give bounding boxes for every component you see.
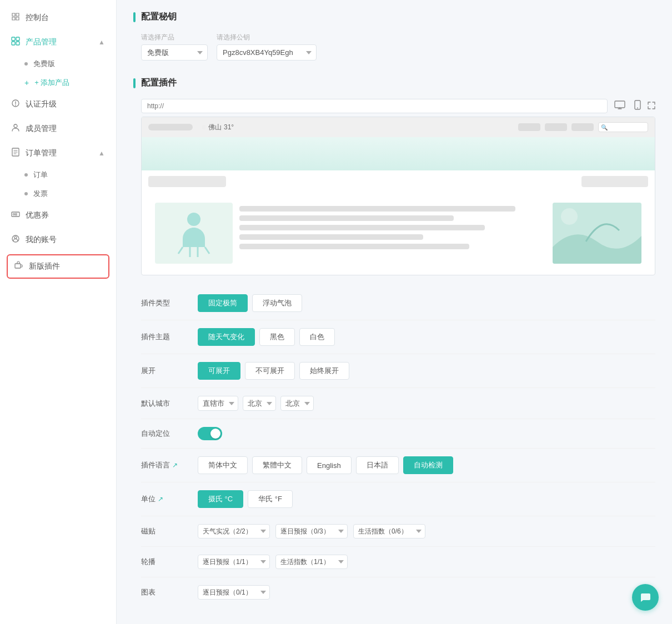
sidebar-item-label: 认证升级: [26, 99, 57, 109]
unit-options: 摄氏 °C 华氏 °F: [198, 490, 293, 508]
expand-always-open[interactable]: 始终展开: [299, 362, 349, 380]
chat-button[interactable]: [632, 584, 659, 611]
city-level-select[interactable]: 直辖市: [198, 396, 238, 411]
city-city-select[interactable]: 北京: [280, 396, 314, 411]
sidebar-sub-item-invoices[interactable]: 发票: [0, 184, 116, 203]
nav-btn-1: [518, 123, 540, 131]
sidebar-item-new-plugin[interactable]: 新版插件: [7, 254, 109, 279]
lang-ja[interactable]: 日本語: [356, 456, 399, 474]
chevron-up-icon: ▲: [98, 149, 105, 157]
plugin-theme-options: 随天气变化 黑色 白色: [198, 328, 335, 346]
sidebar-sub-item-free-version[interactable]: 免费版: [0, 54, 116, 73]
sidebar-item-order-mgmt[interactable]: 订单管理 ▲: [0, 141, 116, 165]
lang-auto[interactable]: 自动检测: [403, 456, 453, 474]
weather-dot: [202, 125, 206, 129]
svg-rect-3: [16, 42, 19, 45]
nav-btn-3: [571, 123, 594, 131]
plugin-theme-black[interactable]: 黑色: [259, 328, 295, 346]
svg-rect-1: [16, 37, 19, 41]
magnet-row: 磁贴 天气实况（2/2） 逐日预报（0/3） 生活指数（0/6）: [141, 516, 655, 547]
lang-zh-cn[interactable]: 简体中文: [198, 456, 248, 474]
plugin-type-row: 插件类型 固定极简 浮动气泡: [141, 286, 655, 320]
search-icon: 🔍: [601, 124, 608, 130]
default-city-dropdowns: 直辖市 北京 北京: [198, 396, 314, 411]
chart-label: 图表: [141, 587, 191, 597]
expand-preview-btn[interactable]: [648, 102, 655, 111]
sub-item-label: 免费版: [33, 59, 55, 69]
sidebar-item-label: 我的账号: [26, 235, 57, 245]
sidebar-sub-item-orders[interactable]: 订单: [0, 165, 116, 184]
config-key-title: 配置秘钥: [133, 11, 655, 23]
chart-daily-forecast[interactable]: 逐日预报（0/1）: [198, 585, 270, 600]
plugin-lang-label: 插件语言 ↗: [141, 460, 191, 470]
config-key-row: 请选择产品 免费版 请选择公钥 Pgz8cv8XB4Yq59Egh: [141, 33, 655, 61]
sidebar-item-label: 成员管理: [26, 124, 57, 134]
text-line-2: [239, 215, 454, 221]
svg-rect-11: [15, 264, 21, 268]
sidebar-item-my-account[interactable]: 我的账号: [0, 228, 116, 252]
sidebar-item-label: 控制台: [26, 13, 49, 23]
sidebar-item-dashboard[interactable]: 控制台: [0, 6, 116, 30]
chart-dropdowns: 逐日预报（0/1）: [198, 585, 270, 600]
product-select[interactable]: 免费版: [141, 44, 208, 61]
svg-rect-12: [615, 101, 625, 108]
svg-point-10: [14, 236, 17, 239]
carousel-life-index[interactable]: 生活指数（1/1）: [275, 555, 348, 569]
svg-rect-2: [12, 42, 15, 45]
magnet-daily-forecast[interactable]: 逐日预报（0/3）: [275, 524, 348, 539]
unit-link-icon[interactable]: ↗: [158, 495, 163, 503]
carousel-daily-forecast[interactable]: 逐日预报（1/1）: [198, 555, 270, 569]
city-province-select[interactable]: 北京: [243, 396, 276, 411]
sub-item-label: + 添加产品: [34, 78, 69, 88]
key-select[interactable]: Pgz8cv8XB4Yq59Egh: [217, 44, 317, 61]
config-plugin-title: 配置插件: [133, 77, 655, 89]
plugin-theme-weather[interactable]: 随天气变化: [198, 328, 255, 346]
plugin-theme-white[interactable]: 白色: [299, 328, 335, 346]
sidebar-item-coupons[interactable]: 优惠券: [0, 203, 116, 228]
product-select-group: 请选择产品 免费版: [141, 33, 208, 61]
magnet-weather-real[interactable]: 天气实况（2/2）: [198, 524, 270, 539]
sidebar-item-member-mgmt[interactable]: 成员管理: [0, 117, 116, 141]
lang-en[interactable]: English: [307, 456, 352, 474]
plugin-type-float-bubble[interactable]: 浮动气泡: [252, 294, 302, 312]
unit-row: 单位 ↗ 摄氏 °C 华氏 °F: [141, 482, 655, 516]
coupon-icon: [11, 210, 20, 221]
svg-point-5: [14, 124, 17, 128]
svg-rect-0: [12, 37, 15, 41]
chart-row: 图表 逐日预报（0/1）: [141, 577, 655, 607]
product-select-label: 请选择产品: [141, 33, 208, 42]
lang-zh-tw[interactable]: 繁體中文: [252, 456, 302, 474]
nav-btn-2: [545, 123, 567, 131]
default-city-label: 默认城市: [141, 399, 191, 409]
svg-point-15: [187, 213, 200, 226]
expand-not-expandable[interactable]: 不可展开: [245, 362, 295, 380]
plugin-lang-link-icon[interactable]: ↗: [172, 461, 178, 469]
desktop-view-btn[interactable]: [612, 99, 628, 113]
plugin-type-options: 固定极简 浮动气泡: [198, 294, 302, 312]
sidebar-sub-item-add-product[interactable]: + + 添加产品: [0, 73, 116, 92]
unit-fahrenheit[interactable]: 华氏 °F: [248, 490, 293, 508]
sidebar-item-label: 订单管理: [26, 148, 57, 158]
carousel-dropdowns: 逐日预报（1/1） 生活指数（1/1）: [198, 555, 348, 569]
order-icon: [11, 148, 20, 159]
sidebar-item-auth-upgrade[interactable]: 认证升级: [0, 92, 116, 117]
preview-url-input[interactable]: [141, 99, 608, 113]
sidebar-item-label: 产品管理: [26, 37, 57, 47]
svg-point-14: [637, 108, 638, 109]
key-select-group: 请选择公钥 Pgz8cv8XB4Yq59Egh: [217, 33, 317, 61]
chevron-up-icon: ▲: [98, 38, 105, 46]
plugin-type-fixed-bar[interactable]: 固定极简: [198, 294, 248, 312]
text-line-5: [239, 244, 469, 249]
unit-celsius[interactable]: 摄氏 °C: [198, 490, 243, 508]
title-bar-left: [148, 176, 226, 187]
sidebar-item-product-mgmt[interactable]: 产品管理 ▲: [0, 30, 116, 54]
auto-location-toggle[interactable]: [198, 427, 222, 440]
nav-search: 🔍: [598, 122, 648, 132]
dashboard-icon: [11, 12, 20, 23]
text-line-3: [239, 225, 485, 230]
config-section: 插件类型 固定极简 浮动气泡 插件主题 随天气变化 黑色 白色 展开 可展开 不…: [141, 286, 655, 607]
plugin-icon: [14, 261, 23, 272]
magnet-life-index[interactable]: 生活指数（0/6）: [353, 524, 425, 539]
expand-expandable[interactable]: 可展开: [198, 362, 240, 380]
mobile-view-btn[interactable]: [632, 99, 643, 113]
